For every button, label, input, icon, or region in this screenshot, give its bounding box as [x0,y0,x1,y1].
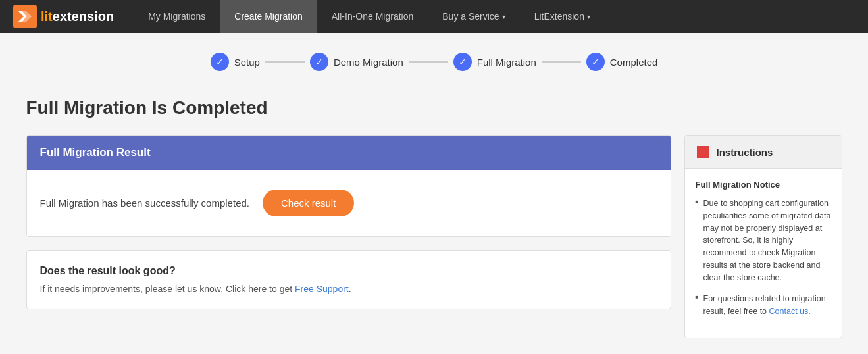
step-setup-icon: ✓ [211,53,229,71]
instructions-header: Instructions [685,136,842,169]
svg-rect-3 [697,146,703,152]
logo-text: litextension [41,9,114,24]
step-completed-icon: ✓ [586,53,605,71]
result-card: Full Migration Result Full Migration has… [26,135,671,237]
step-setup: ✓ Setup [211,53,260,71]
look-good-suffix: . [349,284,351,294]
instructions-card: Instructions Full Migration Notice Due t… [684,135,842,338]
result-card-body: Full Migration has been successfully com… [27,170,671,236]
step-demo-icon: ✓ [310,53,328,71]
look-good-text: If it needs improvements, please let us … [40,284,657,294]
logo-icon [13,5,37,28]
main-content: ✓ Setup ✓ Demo Migration ✓ Full Migratio… [13,33,855,354]
instructions-list: Due to shopping cart configuration pecul… [696,197,831,318]
step-completed: ✓ Completed [586,53,658,71]
svg-rect-6 [703,152,709,158]
svg-rect-4 [703,146,709,152]
step-completed-label: Completed [610,57,658,68]
look-good-prefix: If it needs improvements, please let us … [40,284,295,294]
svg-rect-5 [697,152,703,158]
page-title: Full Migration Is Completed [26,97,842,118]
free-support-link[interactable]: Free Support [295,284,349,294]
step-full-label: Full Migration [477,57,536,68]
nav-create-migration[interactable]: Create Migration [220,0,317,33]
instruction-item-2: For questions related to migration resul… [696,293,831,318]
connector-1 [265,61,305,63]
look-good-title: Does the result look good? [40,265,657,277]
connector-2 [409,61,448,63]
connector-3 [542,61,581,63]
instruction-item-1: Due to shopping cart configuration pecul… [696,197,831,284]
step-demo-label: Demo Migration [334,57,403,68]
navbar-links: My Migrations Create Migration All-In-On… [134,0,855,33]
nav-my-migrations[interactable]: My Migrations [134,0,220,33]
nav-all-in-one[interactable]: All-In-One Migration [317,0,428,33]
nav-buy-service[interactable]: Buy a Service ▾ [428,0,519,33]
instructions-icon [696,145,710,159]
logo[interactable]: litextension [13,5,114,28]
instructions-title: Instructions [717,147,773,158]
navbar: litextension My Migrations Create Migrat… [0,0,868,33]
check-result-button[interactable]: Check result [263,190,354,216]
litextension-arrow: ▾ [587,13,590,20]
contact-us-link[interactable]: Contact us [769,307,809,316]
instructions-panel: Instructions Full Migration Notice Due t… [684,135,842,338]
look-good-card: Does the result look good? If it needs i… [26,250,671,309]
step-demo: ✓ Demo Migration [310,53,403,71]
left-panel: Full Migration Result Full Migration has… [26,135,671,338]
nav-litextension[interactable]: LitExtension ▾ [520,0,605,33]
step-setup-label: Setup [234,57,260,68]
content-area: Full Migration Result Full Migration has… [26,135,842,338]
result-card-header: Full Migration Result [27,136,671,170]
instructions-section-title: Full Migration Notice [696,180,831,190]
step-full: ✓ Full Migration [453,53,536,71]
progress-steps: ✓ Setup ✓ Demo Migration ✓ Full Migratio… [26,53,842,71]
buy-service-arrow: ▾ [502,13,505,20]
instructions-body: Full Migration Notice Due to shopping ca… [685,169,842,338]
result-text: Full Migration has been successfully com… [40,197,250,209]
step-full-icon: ✓ [453,53,472,71]
